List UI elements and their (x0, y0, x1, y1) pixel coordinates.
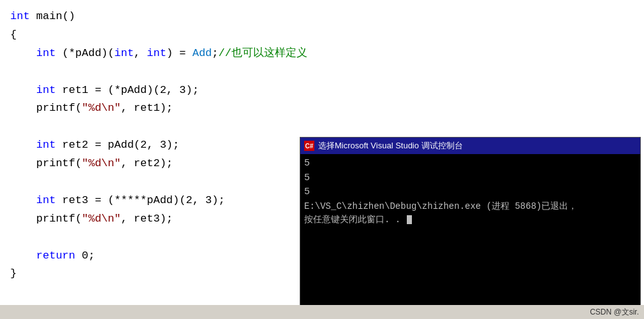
code-line-2: { (10, 26, 634, 45)
console-exit-message: E:\VS_C\zhizhen\Debug\zhizhen.exe (进程 58… (304, 200, 636, 227)
console-output-1: 5 (304, 157, 636, 171)
code-line-1: int main() (10, 8, 634, 26)
code-line-4 (10, 63, 634, 82)
credit-text: CSDN @文sir. (590, 307, 639, 318)
code-line-7 (10, 118, 634, 136)
code-line-6: printf("%d\n", ret1); (10, 99, 634, 118)
console-app-icon: C# (304, 141, 314, 151)
console-body: 5 5 5 E:\VS_C\zhizhen\Debug\zhizhen.exe … (300, 154, 640, 308)
bottom-bar: CSDN @文sir. (0, 305, 644, 319)
console-output-2: 5 (304, 171, 636, 186)
console-titlebar[interactable]: C# 选择Microsoft Visual Studio 调试控制台 (300, 138, 640, 154)
code-editor: int main() { int (*pAdd)(int, int) = Add… (0, 0, 644, 319)
code-line-3: int (*pAdd)(int, int) = Add;//也可以这样定义 (10, 45, 634, 63)
console-exit-line2: 按任意键关闭此窗口. . (304, 215, 412, 225)
console-output-3: 5 (304, 185, 636, 200)
console-exit-line1: E:\VS_C\zhizhen\Debug\zhizhen.exe (进程 58… (304, 201, 577, 211)
console-window: C# 选择Microsoft Visual Studio 调试控制台 5 5 5… (300, 137, 641, 309)
cursor-blink (407, 215, 412, 224)
code-line-5: int ret1 = (*pAdd)(2, 3); (10, 82, 634, 100)
console-title: 选择Microsoft Visual Studio 调试控制台 (318, 140, 463, 152)
